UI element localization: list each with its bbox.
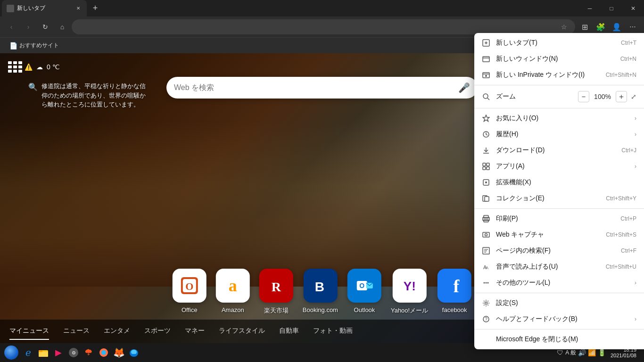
shortcut-booking[interactable]: B Booking.com: [303, 269, 338, 315]
forward-button[interactable]: ›: [21, 19, 36, 34]
menu-item-findinpage[interactable]: ページ内の検索(F) Ctrl+F: [474, 243, 644, 259]
close-button[interactable]: ✕: [622, 0, 644, 16]
menu-item-new-tab[interactable]: 新しいタブ(T) Ctrl+T: [474, 35, 644, 51]
search-input[interactable]: [174, 83, 454, 92]
outlook-shortcut-icon: O: [347, 269, 381, 303]
apps-grid-button[interactable]: [7, 60, 21, 74]
extensions-icon: [482, 178, 490, 187]
menu-item-downloads[interactable]: ダウンロード(D) Ctrl+J: [474, 142, 644, 158]
news-tab-mynews[interactable]: マイニュース: [9, 323, 49, 340]
description-left-text: 修道院は通常、平穏な祈りと静かな信仰のための場所であり、世界の喧騒から離れたとこ…: [41, 82, 146, 109]
address-input[interactable]: [77, 23, 554, 31]
new-tab-button[interactable]: +: [89, 2, 102, 15]
svg-point-38: [485, 234, 487, 236]
more-button[interactable]: ···: [625, 19, 640, 34]
menu-more-tools-label: その他のツール(L): [496, 279, 625, 287]
collections-toolbar-icon[interactable]: ⊞: [577, 19, 592, 34]
weather-widget: ⚠️ ☁ 0 ℃: [7, 60, 60, 74]
shortcut-rakuten[interactable]: R 楽天市場: [259, 269, 293, 315]
menu-item-close-edge[interactable]: Microsoft Edge を閉じる(M): [474, 331, 644, 347]
minimize-button[interactable]: ─: [579, 0, 601, 16]
back-button[interactable]: ‹: [4, 19, 19, 34]
menu-new-window-shortcut: Ctrl+N: [620, 56, 636, 62]
menu-print-shortcut: Ctrl+P: [620, 215, 636, 222]
menu-readaloud-shortcut: Ctrl+Shift+U: [606, 263, 636, 270]
refresh-button[interactable]: ↻: [38, 19, 53, 34]
menu-item-apps[interactable]: アプリ(A) ›: [474, 158, 644, 174]
shortcut-amazon[interactable]: a Amazon: [216, 269, 250, 315]
battery-icon[interactable]: 🔋: [598, 349, 606, 356]
shortcut-office[interactable]: O Office: [173, 269, 206, 315]
menu-item-settings[interactable]: 設定(S): [474, 295, 644, 311]
search-container: 🎤: [166, 77, 478, 99]
news-tab-entertainment[interactable]: エンタメ: [104, 323, 130, 340]
history-icon: [482, 130, 490, 139]
menu-item-help[interactable]: ? ヘルプとフィードバック(B) ›: [474, 311, 644, 327]
svg-point-31: [485, 181, 487, 183]
menu-item-inprivate[interactable]: 新しい InPrivate ウィンドウ(I) Ctrl+Shift+N: [474, 67, 644, 83]
menu-item-favorites[interactable]: お気に入り(O) ›: [474, 110, 644, 126]
zoom-decrease-button[interactable]: －: [578, 91, 589, 102]
zoom-icon: [482, 92, 490, 101]
tab-close-button[interactable]: ✕: [74, 5, 82, 12]
ie-icon: ℯ: [23, 347, 34, 358]
zoom-increase-button[interactable]: ＋: [616, 91, 627, 102]
home-button[interactable]: ⌂: [55, 19, 70, 34]
menu-item-new-window[interactable]: 新しいウィンドウ(N) Ctrl+N: [474, 51, 644, 67]
menu-item-zoom[interactable]: ズーム － 100% ＋ ⤢: [474, 87, 644, 106]
taskbar-media-icon[interactable]: ▶: [51, 344, 66, 361]
menu-item-more-tools[interactable]: その他のツール(L) ›: [474, 275, 644, 291]
menu-history-label: 履歴(H): [496, 130, 625, 139]
menu-item-extensions[interactable]: 拡張機能(X): [474, 174, 644, 190]
taskbar-app4-icon[interactable]: ⚙: [66, 344, 81, 361]
title-bar: 新しいタブ ✕ + ─ □ ✕: [0, 0, 644, 16]
news-tab-money[interactable]: マネー: [185, 323, 205, 340]
maximize-button[interactable]: □: [601, 0, 622, 16]
help-icon: ?: [482, 315, 490, 323]
active-tab[interactable]: 新しいタブ ✕: [2, 0, 87, 16]
svg-text:?: ?: [485, 317, 487, 322]
news-tab-auto[interactable]: 自動車: [279, 323, 299, 340]
taskbar-explorer-icon[interactable]: [36, 344, 51, 361]
favorite-star-icon[interactable]: ☆: [558, 21, 570, 33]
shortcut-outlook[interactable]: O Outlook: [347, 269, 381, 315]
taskbar-ie-icon[interactable]: ℯ: [21, 344, 36, 361]
downloads-icon: [482, 146, 490, 155]
readaloud-icon: AA: [482, 263, 490, 271]
weather-temp: 0 ℃: [47, 63, 60, 71]
taskbar-firefox-icon[interactable]: [96, 344, 111, 361]
svg-rect-52: [39, 352, 48, 357]
menu-findinpage-label: ページ内の検索(F): [496, 247, 615, 255]
taskbar-app5-icon[interactable]: 🌩: [81, 344, 96, 361]
menu-item-collections[interactable]: コレクション(E) Ctrl+Shift+Y: [474, 190, 644, 206]
menu-new-tab-shortcut: Ctrl+T: [621, 40, 636, 46]
menu-close-edge-label: Microsoft Edge を閉じる(M): [496, 335, 636, 344]
zoom-fullscreen-icon[interactable]: ⤢: [631, 93, 636, 100]
menu-item-readaloud[interactable]: AA 音声で読み上げる(U) Ctrl+Shift+U: [474, 259, 644, 275]
start-button[interactable]: [2, 343, 21, 362]
shortcut-yahoo-mail[interactable]: Y! Yahoo!メール: [391, 269, 428, 315]
microphone-icon[interactable]: 🎤: [458, 82, 470, 93]
news-tab-photo-video[interactable]: フォト・動画: [313, 323, 353, 340]
menu-item-webcapture[interactable]: Web キャプチャ Ctrl+Shift+S: [474, 227, 644, 243]
menu-item-print[interactable]: 印刷(P) Ctrl+P: [474, 211, 644, 227]
more-tools-arrow-icon: ›: [635, 280, 636, 286]
speaker-icon[interactable]: 🔊: [578, 349, 586, 356]
taskbar-app7-icon[interactable]: 🦊: [111, 344, 126, 361]
news-tab-news[interactable]: ニュース: [63, 323, 90, 340]
shortcut-facebook[interactable]: f facebook: [438, 269, 471, 315]
svg-text:R: R: [272, 280, 281, 294]
menu-item-history[interactable]: 履歴(H) ›: [474, 126, 644, 142]
context-menu: 新しいタブ(T) Ctrl+T 新しいウィンドウ(N) Ctrl+N 新しい I…: [474, 33, 644, 349]
start-orb-icon: [4, 346, 18, 360]
news-tab-sports[interactable]: スポーツ: [144, 323, 171, 340]
recommended-sites-item[interactable]: 📄 おすすめサイト: [6, 40, 63, 51]
facebook-shortcut-label: facebook: [442, 306, 467, 313]
network-icon[interactable]: 📶: [588, 349, 596, 356]
help-arrow-icon: ›: [635, 316, 636, 322]
taskbar-edge-icon[interactable]: [126, 344, 141, 361]
profile-icon[interactable]: 👤: [609, 19, 624, 34]
news-tab-lifestyle[interactable]: ライフスタイル: [219, 323, 265, 340]
browser-extensions-icon[interactable]: 🧩: [593, 19, 608, 34]
menu-downloads-shortcut: Ctrl+J: [621, 147, 636, 154]
